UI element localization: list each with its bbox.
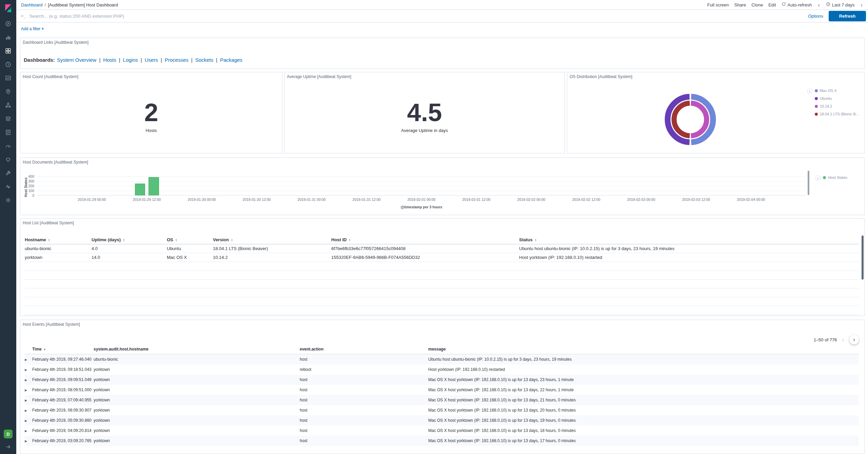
expand-row-caret[interactable]: ▶	[25, 429, 27, 433]
add-filter-button[interactable]: Add a filter+	[21, 26, 44, 31]
breadcrumb-current: [Auditbeat System] Host Dashboard	[48, 2, 118, 7]
collapse-nav-icon[interactable]	[5, 444, 11, 450]
legend-toggle-button[interactable]: ›	[807, 89, 812, 94]
cell: yorktown	[94, 375, 300, 385]
kibana-logo[interactable]	[3, 3, 13, 13]
legend-toggle-button[interactable]: ›	[815, 175, 821, 181]
separator: |	[161, 57, 162, 63]
refresh-button[interactable]: Refresh	[829, 11, 866, 21]
top-menu-edit[interactable]: Edit	[768, 2, 776, 7]
breadcrumb-dashboard-link[interactable]: Dashboard	[21, 2, 43, 7]
sidebar-item-dev-tools[interactable]	[0, 166, 16, 180]
host-list-table: Hostname▲▼Uptime (days)▲▼OS▲▼Version▲▼Ho…	[25, 235, 859, 315]
sidebar-item-dashboard[interactable]	[0, 44, 16, 58]
dashboard-link-hosts[interactable]: Hosts	[103, 57, 116, 63]
host-events-column-system-audit-host-hostname[interactable]: system.audit.host.hostname	[94, 344, 300, 354]
next-page-button[interactable]: ›	[849, 335, 859, 344]
sidebar-item-infrastructure[interactable]	[0, 112, 16, 126]
x-tick-label: 2019-02-01 00:00	[408, 197, 436, 202]
expand-row-caret[interactable]: ▶	[25, 399, 27, 402]
cell: 155320EF-9AB6-5949-966B-F074A556DD32	[331, 253, 519, 262]
dashboard-link-users[interactable]: Users	[145, 57, 158, 63]
host-list-column-host-id[interactable]: Host ID▲▼	[331, 235, 519, 244]
host-list-column-uptime-days[interactable]: Uptime (days)▲▼	[92, 235, 167, 244]
host-list-row: ubuntu-bionic4.0Ubuntu18.04.1 LTS (Bioni…	[25, 244, 859, 253]
sidebar-item-uptime[interactable]	[0, 153, 16, 166]
top-menu: Full screenShareCloneEdit Auto-refresh ‹…	[707, 2, 863, 8]
dashboard-link-sockets[interactable]: Sockets	[195, 57, 213, 63]
host-list-column-version[interactable]: Version▲▼	[213, 235, 331, 244]
cell: February 4th 2019, 09:27:46.040	[32, 354, 94, 365]
legend-item-ubuntu[interactable]: Ubuntu	[815, 96, 859, 100]
separator: |	[216, 57, 217, 63]
options-button[interactable]: Options	[808, 14, 823, 19]
legend-item-host-states[interactable]: Host States	[823, 175, 847, 179]
host-events-column-time[interactable]: Time▼	[32, 344, 94, 354]
top-menu-clone[interactable]: Clone	[751, 2, 763, 7]
histogram-bar[interactable]	[149, 177, 159, 195]
host-list-column-os[interactable]: OS▲▼	[167, 235, 213, 244]
top-menu-full-screen[interactable]: Full screen	[707, 2, 729, 7]
sort-icon: ▲▼	[123, 239, 125, 242]
sidebar-item-maps[interactable]	[0, 85, 16, 98]
dev-tools-icon	[5, 170, 11, 176]
time-forward-button[interactable]: ›	[860, 2, 863, 8]
sidebar-item-discover[interactable]	[0, 17, 16, 31]
histogram-bar[interactable]	[135, 184, 145, 195]
time-range-picker[interactable]: Last 7 days	[826, 2, 855, 7]
dashboard-link-system-overview[interactable]: System Overview	[57, 57, 97, 63]
dashboard-link-logins[interactable]: Logins	[123, 57, 138, 63]
expand-row-caret[interactable]: ▶	[25, 389, 27, 392]
expand-row-caret[interactable]: ▶	[25, 439, 27, 443]
breadcrumb-separator: /	[45, 2, 46, 7]
previous-page-button[interactable]: ‹	[842, 336, 844, 343]
sidebar-item-visualize[interactable]	[0, 31, 16, 44]
separator: |	[141, 57, 142, 63]
space-badge[interactable]: D	[4, 430, 13, 438]
expand-row-caret[interactable]: ▶	[25, 378, 27, 382]
expand-row-caret[interactable]: ▶	[25, 368, 27, 372]
metric-value: 4.5	[407, 100, 442, 125]
sidebar-item-canvas[interactable]	[0, 71, 16, 85]
expand-cell: ▶	[25, 395, 32, 405]
panel-dashboard-links: Dashboard Links [Auditbeat System] Dashb…	[20, 38, 865, 69]
dashboard-link-processes[interactable]: Processes	[165, 57, 189, 63]
expand-row-caret[interactable]: ▶	[25, 409, 27, 412]
expand-row-caret[interactable]: ▶	[25, 358, 27, 361]
host-list-empty-row	[25, 288, 859, 297]
top-menu-share[interactable]: Share	[734, 2, 746, 7]
sidebar-item-monitoring[interactable]	[0, 180, 16, 193]
pie-slice-18-04-1-lts-bionic-beaver[interactable]	[674, 103, 690, 136]
cell: 10.14.2	[213, 253, 331, 262]
legend-item-18-04-1-lts-bionic-b[interactable]: 18.04.1 LTS (Bionic B...	[815, 112, 859, 116]
sidebar-item-apm[interactable]	[0, 139, 16, 153]
query-bar: >_ Options Refresh	[16, 10, 868, 22]
cell: reboot	[300, 364, 428, 375]
host-events-column-event-action[interactable]: event.action	[300, 344, 428, 354]
search-input[interactable]	[29, 14, 803, 19]
cell: Mac OS X host yorktown (IP: 192.168.0.10…	[428, 405, 859, 415]
legend-item-10-14-2[interactable]: 10.14.2	[815, 104, 859, 108]
host-list-column-hostname[interactable]: Hostname▲▼	[25, 235, 92, 244]
expand-row-caret[interactable]: ▶	[25, 419, 27, 422]
host-list-column-status[interactable]: Status▲▼	[519, 235, 859, 244]
sidebar-item-logs[interactable]	[0, 126, 16, 139]
chart-scrollbar[interactable]	[808, 171, 809, 195]
sidebar-item-machine-learning[interactable]	[0, 98, 16, 112]
time-back-button[interactable]: ‹	[817, 2, 821, 8]
pie-slice-10-14-2[interactable]	[691, 103, 707, 136]
cell: Mac OS X host yorktown (IP: 192.168.0.10…	[428, 415, 859, 425]
cell: February 4th 2019, 06:09:30.907	[32, 405, 94, 415]
host-events-column-message[interactable]: message	[428, 344, 859, 354]
os-distribution-legend: Mac OS XUbuntu10.14.218.04.1 LTS (Bionic…	[815, 89, 859, 116]
cell: host	[300, 385, 428, 395]
auto-refresh-button[interactable]: Auto-refresh	[782, 2, 812, 7]
page-scrollbar[interactable]	[862, 235, 864, 280]
x-tick-label: 2019-01-29 00:00	[78, 197, 106, 202]
cell: yorktown	[94, 425, 300, 436]
dashboard-link-packages[interactable]: Packages	[220, 57, 242, 63]
sidebar-item-management[interactable]	[0, 193, 16, 207]
sidebar-item-timelion[interactable]	[0, 58, 16, 71]
panel-title: Host Count [Auditbeat System]	[23, 74, 78, 79]
legend-item-mac-os-x[interactable]: Mac OS X	[815, 89, 859, 93]
